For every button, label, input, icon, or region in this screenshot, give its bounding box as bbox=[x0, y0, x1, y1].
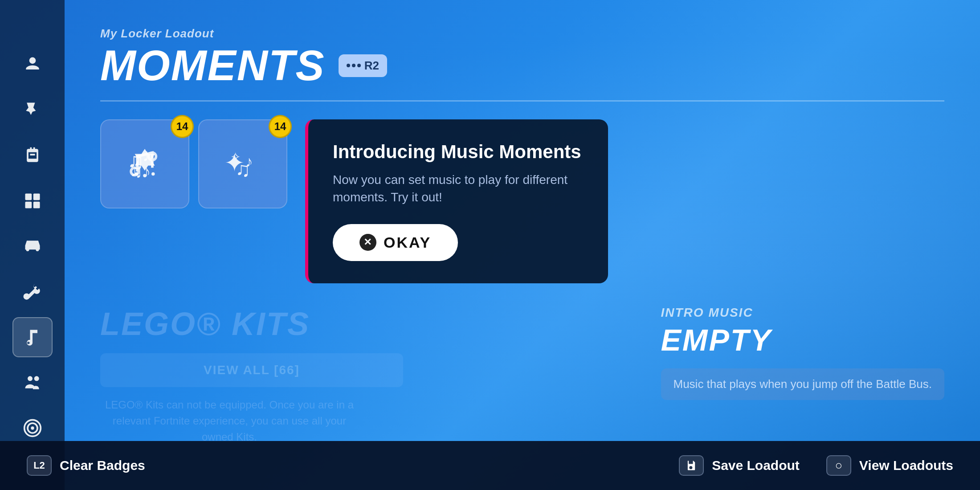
music-item-2-badge: 14 bbox=[269, 115, 292, 138]
r2-dot-1 bbox=[347, 64, 350, 67]
svg-rect-4 bbox=[33, 202, 40, 208]
sidebar-item-music[interactable] bbox=[12, 317, 53, 357]
r2-label: R2 bbox=[364, 59, 379, 73]
svg-point-5 bbox=[28, 376, 33, 381]
okay-label: OKAY bbox=[384, 234, 431, 251]
sidebar-item-emote[interactable] bbox=[12, 90, 53, 130]
okay-button[interactable]: ✕ OKAY bbox=[333, 224, 458, 261]
sidebar-item-character[interactable] bbox=[12, 45, 53, 85]
page-title-row: MOMENTS R2 bbox=[100, 44, 944, 87]
breadcrumb: My Locker Loadout bbox=[100, 27, 944, 41]
r2-dot-2 bbox=[352, 64, 355, 67]
save-loadout-label: Save Loadout bbox=[712, 458, 800, 473]
sidebar-item-guitar[interactable] bbox=[12, 272, 53, 312]
lego-title: LEGO® KITS bbox=[100, 306, 625, 342]
music-item-1[interactable]: ♫♪ ♫ ♪ 14 bbox=[100, 119, 189, 208]
svg-point-6 bbox=[34, 376, 39, 381]
sidebar-item-gallery[interactable] bbox=[12, 181, 53, 221]
bottom-bar: L2 Clear Badges Save Loadout ○ View Load… bbox=[0, 441, 980, 490]
music-item-1-badge: 14 bbox=[171, 115, 194, 138]
intro-music-description: Music that plays when you jump off the B… bbox=[661, 368, 945, 400]
view-loadouts-button[interactable]: ○ View Loadouts bbox=[826, 455, 953, 476]
sidebar bbox=[0, 0, 65, 490]
view-loadouts-key: ○ bbox=[826, 455, 851, 476]
r2-dot-3 bbox=[357, 64, 361, 67]
x-icon: ✕ bbox=[359, 234, 376, 251]
music-item-2[interactable]: ✦ ♫ ♪ ✧ 14 bbox=[198, 119, 287, 208]
sidebar-item-vehicle[interactable] bbox=[12, 226, 53, 266]
svg-text:✧: ✧ bbox=[230, 150, 241, 164]
view-loadouts-label: View Loadouts bbox=[859, 458, 953, 473]
sidebar-item-backpack[interactable] bbox=[12, 135, 53, 176]
lego-note: LEGO® Kits can not be equipped. Once you… bbox=[100, 397, 359, 445]
popup-title: Introducing Music Moments bbox=[333, 142, 584, 162]
intro-music-value: EMPTY bbox=[661, 323, 945, 357]
svg-rect-2 bbox=[33, 194, 40, 200]
svg-text:♪: ♪ bbox=[245, 153, 253, 170]
svg-point-0 bbox=[29, 57, 36, 64]
divider bbox=[100, 100, 944, 102]
r2-dots bbox=[347, 64, 361, 67]
popup-body: Now you can set music to play for differ… bbox=[333, 171, 584, 206]
main-content: My Locker Loadout MOMENTS R2 ♫♪ bbox=[65, 0, 980, 490]
svg-rect-1 bbox=[25, 194, 32, 200]
page-title: MOMENTS bbox=[100, 44, 325, 87]
view-all-button[interactable]: VIEW ALL [66] bbox=[100, 353, 403, 387]
svg-text:♫: ♫ bbox=[127, 148, 144, 174]
sidebar-item-team[interactable] bbox=[12, 363, 53, 403]
bottom-right-buttons: Save Loadout ○ View Loadouts bbox=[679, 455, 953, 476]
intro-music-section: INTRO MUSIC EMPTY Music that plays when … bbox=[661, 306, 945, 400]
svg-rect-3 bbox=[25, 202, 32, 208]
content-grid: ♫♪ ♫ ♪ 14 ✦ ♫ ♪ ✧ bbox=[100, 119, 944, 283]
save-loadout-button[interactable]: Save Loadout bbox=[679, 455, 800, 476]
lower-section: LEGO® KITS VIEW ALL [66] LEGO® Kits can … bbox=[100, 306, 944, 445]
music-items: ♫♪ ♫ ♪ 14 ✦ ♫ ♪ ✧ bbox=[100, 119, 287, 208]
lego-section: LEGO® KITS VIEW ALL [66] LEGO® Kits can … bbox=[100, 306, 625, 445]
intro-music-label: INTRO MUSIC bbox=[661, 306, 945, 320]
svg-point-9 bbox=[31, 426, 34, 429]
clear-badges-button[interactable]: L2 Clear Badges bbox=[27, 455, 145, 476]
r2-badge: R2 bbox=[339, 54, 387, 77]
save-loadout-key bbox=[679, 455, 704, 476]
clear-badges-key: L2 bbox=[27, 455, 52, 476]
popup-music-moments: Introducing Music Moments Now you can se… bbox=[305, 119, 608, 283]
clear-badges-label: Clear Badges bbox=[60, 458, 145, 473]
svg-text:♪: ♪ bbox=[142, 145, 151, 165]
